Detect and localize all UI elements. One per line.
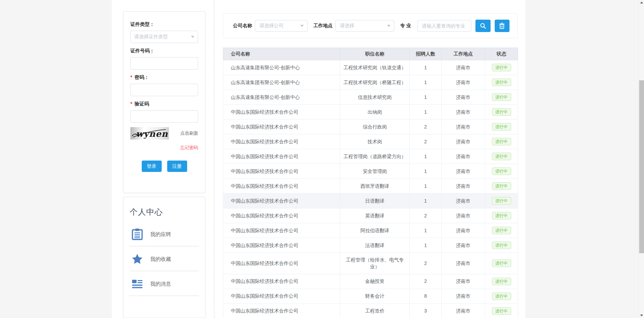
location-cell: 济南市 [442,194,485,208]
password-label: * 密码： [130,74,198,81]
status-badge: 进行中 [492,307,511,315]
position-cell: 日语翻译 [340,194,410,208]
table-row[interactable]: 山东高速集团有限公司-创新中心工程技术研究岗（桥隧工程）1济南市进行中 [223,75,518,90]
company-cell: 中国山东国际经济技术合作公司 [223,304,340,318]
clear-button[interactable] [495,20,509,32]
scrollbar-thumb[interactable] [639,80,644,253]
position-cell: 工程造价 [340,304,410,318]
status-badge: 进行中 [492,167,511,175]
location-cell: 济南市 [442,304,485,318]
search-button[interactable] [475,20,490,32]
table-row[interactable]: 山东高速集团有限公司-创新中心信息技术研究岗1济南市进行中 [223,90,518,105]
company-select[interactable]: 请选择公司 [255,20,308,32]
location-cell: 济南市 [442,149,485,164]
status-badge: 进行中 [492,79,511,86]
status-badge: 进行中 [492,242,511,249]
status-badge: 进行中 [492,182,511,190]
menu-item-label: 我的收藏 [150,256,171,263]
location-cell: 济南市 [442,289,485,304]
count-cell: 2 [410,253,442,274]
table-row[interactable]: 中国山东国际经济技术合作公司工程管理（给排水、电气专业）2济南市进行中 [223,253,518,274]
table-row[interactable]: 山东高速集团有限公司-创新中心工程技术研究岗（轨道交通）1济南市进行中 [223,60,518,75]
company-cell: 中国山东国际经济技术合作公司 [223,223,340,238]
status-badge: 进行中 [492,278,511,285]
vertical-scrollbar[interactable] [638,0,644,318]
count-cell: 2 [410,120,442,134]
table-row[interactable]: 中国山东国际经济技术合作公司英语翻译2济南市进行中 [223,208,518,223]
menu-item-my-messages[interactable]: 我的消息 [130,271,199,296]
table-row[interactable]: 中国山东国际经济技术合作公司技术岗2济南市进行中 [223,134,518,149]
certificate-number-label-text: 证件号码： [130,48,154,53]
certificate-type-select[interactable]: 请选择证件类型 [130,31,198,43]
captcha-input[interactable] [130,110,198,123]
status-cell: 进行中 [485,208,518,223]
position-cell: 阿拉伯语翻译 [340,223,410,238]
table-row[interactable]: 中国山东国际经济技术合作公司安全管理岗1济南市进行中 [223,164,518,179]
required-asterisk: * [130,101,132,106]
status-cell: 进行中 [485,253,518,274]
login-button[interactable]: 登录 [142,161,162,172]
password-input[interactable] [130,84,198,96]
table-row[interactable]: 中国山东国际经济技术合作公司法语翻译1济南市进行中 [223,238,518,253]
count-cell: 2 [410,274,442,289]
table-row[interactable]: 中国山东国际经济技术合作公司工程造价3济南市进行中 [223,304,518,318]
status-badge: 进行中 [492,153,511,160]
forgot-password-link[interactable]: 忘记密码 [130,145,198,151]
table-row[interactable]: 中国山东国际经济技术合作公司综合行政岗2济南市进行中 [223,120,518,134]
location-cell: 济南市 [442,274,485,289]
table-row[interactable]: 中国山东国际经济技术合作公司日语翻译1济南市进行中 [223,194,518,208]
location-cell: 济南市 [442,253,485,274]
status-cell: 进行中 [485,90,518,105]
status-cell: 进行中 [485,164,518,179]
company-cell: 中国山东国际经济技术合作公司 [223,149,340,164]
company-cell: 山东高速集团有限公司-创新中心 [223,90,340,105]
status-cell: 进行中 [485,223,518,238]
certificate-number-label: 证件号码： [130,48,198,54]
position-cell: 出纳岗 [340,105,410,120]
clipboard-icon [132,228,143,240]
table-row[interactable]: 中国山东国际经济技术合作公司工程管理岗（道路桥梁方向）1济南市进行中 [223,149,518,164]
scrollbar-up-arrow[interactable] [639,0,644,5]
position-cell: 法语翻译 [340,238,410,253]
table-row[interactable]: 中国山东国际经济技术合作公司金融投资2济南市进行中 [223,274,518,289]
personal-center-title: 个人中心 [130,207,199,217]
register-button[interactable]: 注册 [167,161,187,172]
major-input[interactable] [417,20,471,32]
location-cell: 济南市 [442,164,485,179]
company-cell: 中国山东国际经济技术合作公司 [223,134,340,149]
trash-icon [499,23,505,29]
count-cell: 8 [410,289,442,304]
column-header-location: 工作地点 [442,48,485,60]
status-badge: 进行中 [492,123,511,131]
company-select-placeholder: 请选择公司 [259,23,283,29]
table-row[interactable]: 中国山东国际经济技术合作公司阿拉伯语翻译1济南市进行中 [223,223,518,238]
menu-item-my-applications[interactable]: 我的应聘 [130,222,199,246]
chevron-down-icon [300,25,304,27]
company-cell: 中国山东国际经济技术合作公司 [223,253,340,274]
certificate-number-input[interactable] [130,57,198,70]
menu-item-my-favorites[interactable]: 我的收藏 [130,246,199,271]
required-asterisk: * [130,74,132,80]
table-row[interactable]: 中国山东国际经济技术合作公司西班牙语翻译1济南市进行中 [223,179,518,194]
status-cell: 进行中 [485,238,518,253]
position-cell: 综合行政岗 [340,120,410,134]
company-cell: 中国山东国际经济技术合作公司 [223,179,340,194]
status-badge: 进行中 [492,227,511,234]
captcha-image[interactable]: wynen [130,127,169,140]
company-cell: 山东高速集团有限公司-创新中心 [223,75,340,90]
table-row[interactable]: 中国山东国际经济技术合作公司财务会计8济南市进行中 [223,289,518,304]
scrollbar-down-arrow[interactable] [639,313,644,318]
count-cell: 1 [410,105,442,120]
status-badge: 进行中 [492,197,511,205]
location-select[interactable]: 请选择 [335,20,394,32]
company-cell: 中国山东国际经济技术合作公司 [223,238,340,253]
captcha-refresh-link[interactable]: 点击刷新 [180,130,198,136]
captcha-label: * 验证码 [130,101,198,107]
position-cell: 工程管理（给排水、电气专业） [340,253,410,274]
location-cell: 济南市 [442,223,485,238]
login-buttons-row: 登录 注册 [130,161,198,172]
location-cell: 济南市 [442,90,485,105]
count-cell: 1 [410,223,442,238]
status-cell: 进行中 [485,149,518,164]
table-row[interactable]: 中国山东国际经济技术合作公司出纳岗1济南市进行中 [223,105,518,120]
